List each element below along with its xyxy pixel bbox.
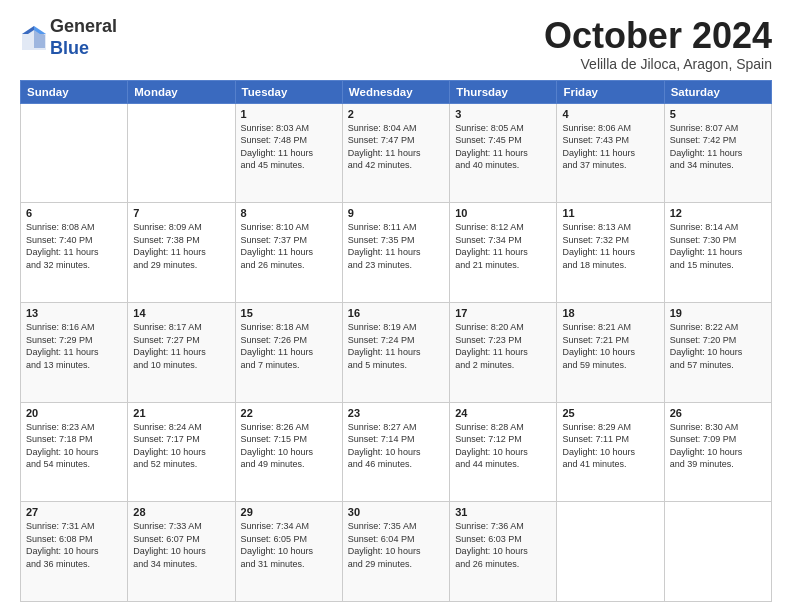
day-number: 4 <box>562 108 658 120</box>
day-number: 22 <box>241 407 337 419</box>
day-number: 6 <box>26 207 122 219</box>
calendar-week: 20Sunrise: 8:23 AM Sunset: 7:18 PM Dayli… <box>21 402 772 502</box>
calendar-cell: 10Sunrise: 8:12 AM Sunset: 7:34 PM Dayli… <box>450 203 557 303</box>
calendar-body: 1Sunrise: 8:03 AM Sunset: 7:48 PM Daylig… <box>21 103 772 601</box>
weekday-header: Wednesday <box>342 80 449 103</box>
day-number: 8 <box>241 207 337 219</box>
calendar-cell: 24Sunrise: 8:28 AM Sunset: 7:12 PM Dayli… <box>450 402 557 502</box>
day-info: Sunrise: 8:11 AM Sunset: 7:35 PM Dayligh… <box>348 221 444 271</box>
day-info: Sunrise: 7:33 AM Sunset: 6:07 PM Dayligh… <box>133 520 229 570</box>
weekday-header: Saturday <box>664 80 771 103</box>
day-number: 2 <box>348 108 444 120</box>
day-number: 24 <box>455 407 551 419</box>
day-number: 25 <box>562 407 658 419</box>
month-title: October 2024 <box>544 16 772 56</box>
calendar-cell: 25Sunrise: 8:29 AM Sunset: 7:11 PM Dayli… <box>557 402 664 502</box>
logo-icon <box>20 24 48 52</box>
day-number: 11 <box>562 207 658 219</box>
day-number: 31 <box>455 506 551 518</box>
calendar-cell <box>557 502 664 602</box>
day-info: Sunrise: 8:21 AM Sunset: 7:21 PM Dayligh… <box>562 321 658 371</box>
calendar-cell: 30Sunrise: 7:35 AM Sunset: 6:04 PM Dayli… <box>342 502 449 602</box>
calendar-cell: 21Sunrise: 8:24 AM Sunset: 7:17 PM Dayli… <box>128 402 235 502</box>
weekday-row: SundayMondayTuesdayWednesdayThursdayFrid… <box>21 80 772 103</box>
calendar-cell: 27Sunrise: 7:31 AM Sunset: 6:08 PM Dayli… <box>21 502 128 602</box>
weekday-header: Monday <box>128 80 235 103</box>
day-number: 26 <box>670 407 766 419</box>
day-info: Sunrise: 8:30 AM Sunset: 7:09 PM Dayligh… <box>670 421 766 471</box>
calendar-cell: 23Sunrise: 8:27 AM Sunset: 7:14 PM Dayli… <box>342 402 449 502</box>
calendar-cell: 29Sunrise: 7:34 AM Sunset: 6:05 PM Dayli… <box>235 502 342 602</box>
day-number: 21 <box>133 407 229 419</box>
day-number: 13 <box>26 307 122 319</box>
day-info: Sunrise: 7:36 AM Sunset: 6:03 PM Dayligh… <box>455 520 551 570</box>
day-info: Sunrise: 8:09 AM Sunset: 7:38 PM Dayligh… <box>133 221 229 271</box>
day-number: 15 <box>241 307 337 319</box>
day-number: 30 <box>348 506 444 518</box>
day-number: 23 <box>348 407 444 419</box>
calendar-cell: 5Sunrise: 8:07 AM Sunset: 7:42 PM Daylig… <box>664 103 771 203</box>
calendar-cell: 8Sunrise: 8:10 AM Sunset: 7:37 PM Daylig… <box>235 203 342 303</box>
day-number: 10 <box>455 207 551 219</box>
calendar-header: SundayMondayTuesdayWednesdayThursdayFrid… <box>21 80 772 103</box>
page: General Blue October 2024 Velilla de Jil… <box>0 0 792 612</box>
day-info: Sunrise: 7:34 AM Sunset: 6:05 PM Dayligh… <box>241 520 337 570</box>
calendar-cell: 4Sunrise: 8:06 AM Sunset: 7:43 PM Daylig… <box>557 103 664 203</box>
day-info: Sunrise: 8:05 AM Sunset: 7:45 PM Dayligh… <box>455 122 551 172</box>
day-number: 19 <box>670 307 766 319</box>
calendar-cell <box>128 103 235 203</box>
day-number: 17 <box>455 307 551 319</box>
calendar-cell <box>21 103 128 203</box>
calendar-cell: 3Sunrise: 8:05 AM Sunset: 7:45 PM Daylig… <box>450 103 557 203</box>
calendar-cell: 17Sunrise: 8:20 AM Sunset: 7:23 PM Dayli… <box>450 302 557 402</box>
day-info: Sunrise: 8:04 AM Sunset: 7:47 PM Dayligh… <box>348 122 444 172</box>
header: General Blue October 2024 Velilla de Jil… <box>20 16 772 72</box>
day-info: Sunrise: 8:18 AM Sunset: 7:26 PM Dayligh… <box>241 321 337 371</box>
day-number: 20 <box>26 407 122 419</box>
day-number: 3 <box>455 108 551 120</box>
calendar-cell: 1Sunrise: 8:03 AM Sunset: 7:48 PM Daylig… <box>235 103 342 203</box>
calendar-cell: 22Sunrise: 8:26 AM Sunset: 7:15 PM Dayli… <box>235 402 342 502</box>
calendar-cell: 13Sunrise: 8:16 AM Sunset: 7:29 PM Dayli… <box>21 302 128 402</box>
calendar-cell: 31Sunrise: 7:36 AM Sunset: 6:03 PM Dayli… <box>450 502 557 602</box>
weekday-header: Friday <box>557 80 664 103</box>
calendar-cell: 15Sunrise: 8:18 AM Sunset: 7:26 PM Dayli… <box>235 302 342 402</box>
day-number: 5 <box>670 108 766 120</box>
day-number: 27 <box>26 506 122 518</box>
weekday-header: Thursday <box>450 80 557 103</box>
day-info: Sunrise: 8:07 AM Sunset: 7:42 PM Dayligh… <box>670 122 766 172</box>
weekday-header: Sunday <box>21 80 128 103</box>
day-info: Sunrise: 8:20 AM Sunset: 7:23 PM Dayligh… <box>455 321 551 371</box>
day-info: Sunrise: 8:14 AM Sunset: 7:30 PM Dayligh… <box>670 221 766 271</box>
logo-text: General Blue <box>50 16 117 59</box>
day-info: Sunrise: 8:28 AM Sunset: 7:12 PM Dayligh… <box>455 421 551 471</box>
day-info: Sunrise: 8:29 AM Sunset: 7:11 PM Dayligh… <box>562 421 658 471</box>
title-block: October 2024 Velilla de Jiloca, Aragon, … <box>544 16 772 72</box>
day-info: Sunrise: 8:22 AM Sunset: 7:20 PM Dayligh… <box>670 321 766 371</box>
calendar-cell: 6Sunrise: 8:08 AM Sunset: 7:40 PM Daylig… <box>21 203 128 303</box>
day-number: 16 <box>348 307 444 319</box>
calendar-cell: 7Sunrise: 8:09 AM Sunset: 7:38 PM Daylig… <box>128 203 235 303</box>
calendar-cell: 26Sunrise: 8:30 AM Sunset: 7:09 PM Dayli… <box>664 402 771 502</box>
day-number: 29 <box>241 506 337 518</box>
day-info: Sunrise: 8:06 AM Sunset: 7:43 PM Dayligh… <box>562 122 658 172</box>
day-number: 9 <box>348 207 444 219</box>
day-info: Sunrise: 8:10 AM Sunset: 7:37 PM Dayligh… <box>241 221 337 271</box>
day-info: Sunrise: 8:03 AM Sunset: 7:48 PM Dayligh… <box>241 122 337 172</box>
calendar-week: 27Sunrise: 7:31 AM Sunset: 6:08 PM Dayli… <box>21 502 772 602</box>
day-info: Sunrise: 8:17 AM Sunset: 7:27 PM Dayligh… <box>133 321 229 371</box>
calendar-week: 1Sunrise: 8:03 AM Sunset: 7:48 PM Daylig… <box>21 103 772 203</box>
day-info: Sunrise: 8:23 AM Sunset: 7:18 PM Dayligh… <box>26 421 122 471</box>
day-number: 1 <box>241 108 337 120</box>
location: Velilla de Jiloca, Aragon, Spain <box>544 56 772 72</box>
day-info: Sunrise: 8:12 AM Sunset: 7:34 PM Dayligh… <box>455 221 551 271</box>
day-info: Sunrise: 7:31 AM Sunset: 6:08 PM Dayligh… <box>26 520 122 570</box>
calendar-cell: 16Sunrise: 8:19 AM Sunset: 7:24 PM Dayli… <box>342 302 449 402</box>
day-info: Sunrise: 8:27 AM Sunset: 7:14 PM Dayligh… <box>348 421 444 471</box>
day-info: Sunrise: 8:13 AM Sunset: 7:32 PM Dayligh… <box>562 221 658 271</box>
calendar-cell: 18Sunrise: 8:21 AM Sunset: 7:21 PM Dayli… <box>557 302 664 402</box>
calendar-cell: 2Sunrise: 8:04 AM Sunset: 7:47 PM Daylig… <box>342 103 449 203</box>
day-info: Sunrise: 8:26 AM Sunset: 7:15 PM Dayligh… <box>241 421 337 471</box>
day-info: Sunrise: 8:19 AM Sunset: 7:24 PM Dayligh… <box>348 321 444 371</box>
day-number: 7 <box>133 207 229 219</box>
